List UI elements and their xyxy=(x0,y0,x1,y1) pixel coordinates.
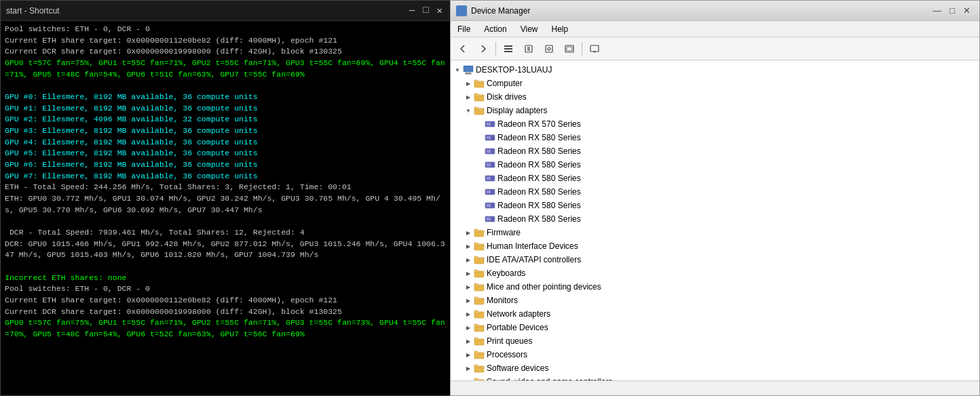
tree-folder-node[interactable]: ▶ Sound, video and game controllers xyxy=(451,375,979,380)
devmgr-menubar: File Action View Help xyxy=(451,21,979,37)
toolbar-back[interactable] xyxy=(453,40,472,58)
node-label: Mice and other pointing devices xyxy=(487,282,601,292)
svg-rect-2 xyxy=(504,51,512,52)
tree-folder-node[interactable]: ▶ Keyboards xyxy=(451,266,979,280)
expand-arrow[interactable]: ▶ xyxy=(463,230,474,236)
node-icon xyxy=(474,78,485,89)
node-label: Network adapters xyxy=(487,309,550,319)
node-icon xyxy=(474,295,485,306)
tree-device-node[interactable]: Radeon RX 580 Series xyxy=(451,212,979,226)
node-label: Print queues xyxy=(487,336,532,346)
expand-arrow[interactable]: ▶ xyxy=(463,338,474,344)
terminal-body: Pool switches: ETH - 0, DCR - 0Current E… xyxy=(1,21,451,395)
expand-arrow[interactable]: ▶ xyxy=(463,311,474,317)
node-icon xyxy=(474,105,485,116)
svg-rect-38 xyxy=(491,176,492,180)
tree-device-node[interactable]: Radeon RX 580 Series xyxy=(451,199,979,212)
svg-rect-34 xyxy=(491,163,492,167)
tree-folder-node[interactable]: ▶ Human Interface Devices xyxy=(451,239,979,253)
expand-arrow[interactable]: ▶ xyxy=(463,325,474,331)
terminal-line: DCR: GPU0 1015.466 Mh/s, GPU1 992.428 Mh… xyxy=(5,239,447,261)
svg-rect-16 xyxy=(465,74,472,75)
tree-folder-node[interactable]: ▶ Network adapters xyxy=(451,307,979,321)
expand-arrow[interactable]: ▶ xyxy=(463,365,474,372)
tree-folder-node[interactable]: ▶ Monitors xyxy=(451,294,979,307)
terminal-maximize[interactable]: □ xyxy=(420,5,431,16)
node-icon xyxy=(474,363,485,374)
terminal-title: start - Shortcut xyxy=(6,6,60,16)
node-label: IDE ATA/ATAPI controllers xyxy=(487,255,581,264)
expand-arrow[interactable]: ▶ xyxy=(463,257,474,263)
toolbar-scan-changes[interactable] xyxy=(560,40,579,58)
tree-device-node[interactable]: Radeon RX 580 Series xyxy=(451,185,979,199)
devmgr-close[interactable]: ✕ xyxy=(960,3,974,18)
node-icon xyxy=(474,322,485,333)
terminal-controls[interactable]: — □ ✕ xyxy=(407,5,445,16)
tree-folder-node[interactable]: ▼ Display adapters xyxy=(451,104,979,117)
tree-folder-node[interactable]: ▶ Mice and other pointing devices xyxy=(451,280,979,294)
tree-root-node[interactable]: ▼ DESKTOP-13LUAUJ xyxy=(451,63,979,77)
tree-device-node[interactable]: Radeon RX 580 Series xyxy=(451,144,979,158)
expand-arrow[interactable]: ▶ xyxy=(463,352,474,358)
menu-file[interactable]: File xyxy=(451,23,477,35)
devmgr-win-controls[interactable]: — □ ✕ xyxy=(929,3,974,18)
svg-rect-14 xyxy=(464,66,473,72)
terminal-minimize[interactable]: — xyxy=(407,5,417,16)
svg-rect-46 xyxy=(491,203,492,207)
menu-action[interactable]: Action xyxy=(477,23,513,35)
toolbar-show-list[interactable] xyxy=(499,40,518,58)
terminal-line: GPU #5: Ellesmere, 8192 MB available, 36… xyxy=(5,148,447,159)
svg-rect-10 xyxy=(567,47,572,51)
expand-arrow[interactable]: ▶ xyxy=(463,81,474,87)
terminal-close[interactable]: ✕ xyxy=(434,5,445,16)
expand-arrow[interactable]: ▶ xyxy=(463,243,474,250)
expand-arrow[interactable]: ▼ xyxy=(452,67,463,73)
node-icon xyxy=(485,186,495,197)
svg-rect-35 xyxy=(493,163,493,167)
svg-rect-11 xyxy=(590,45,599,52)
tree-folder-node[interactable]: ▶ Computer xyxy=(451,77,979,90)
node-icon xyxy=(485,173,495,184)
devmgr-minimize[interactable]: — xyxy=(929,3,945,18)
tree-folder-node[interactable]: ▶ Disk drives xyxy=(451,90,979,104)
node-icon xyxy=(474,254,485,265)
node-label: Radeon RX 580 Series xyxy=(497,187,581,197)
toolbar-forward[interactable] xyxy=(474,40,493,58)
svg-rect-27 xyxy=(493,136,493,140)
terminal-line: Pool switches: ETH - 0, DCR - 0 xyxy=(5,24,447,35)
svg-rect-22 xyxy=(491,122,492,126)
tree-folder-node[interactable]: ▶ Portable Devices xyxy=(451,321,979,334)
menu-view[interactable]: View xyxy=(514,23,545,35)
node-label: Radeon RX 580 Series xyxy=(497,174,581,183)
toolbar-properties[interactable] xyxy=(519,40,538,58)
expand-arrow[interactable]: ▶ xyxy=(463,271,474,277)
menu-help[interactable]: Help xyxy=(545,23,576,35)
expand-arrow[interactable]: ▶ xyxy=(463,284,474,290)
toolbar-sep-2 xyxy=(582,42,582,56)
svg-rect-23 xyxy=(493,122,493,126)
expand-arrow[interactable]: ▼ xyxy=(463,108,474,114)
svg-rect-39 xyxy=(493,176,493,180)
tree-folder-node[interactable]: ▶ Software devices xyxy=(451,361,979,375)
node-icon xyxy=(485,146,495,157)
terminal-line: DCR - Total Speed: 7939.461 Mh/s, Total … xyxy=(5,227,447,239)
tree-folder-node[interactable]: ▶ IDE ATA/ATAPI controllers xyxy=(451,253,979,266)
svg-rect-1 xyxy=(504,48,512,50)
node-icon xyxy=(474,227,485,238)
tree-device-node[interactable]: Radeon RX 580 Series xyxy=(451,131,979,144)
tree-folder-node[interactable]: ▶ Processors xyxy=(451,348,979,361)
tree-device-node[interactable]: Radeon RX 580 Series xyxy=(451,158,979,172)
node-icon xyxy=(474,309,485,319)
tree-folder-node[interactable]: ▶ Firmware xyxy=(451,226,979,239)
toolbar-sep-1 xyxy=(495,42,496,56)
devmgr-restore[interactable]: □ xyxy=(946,3,958,18)
expand-arrow[interactable]: ▶ xyxy=(463,94,474,100)
expand-arrow[interactable]: ▶ xyxy=(463,298,474,304)
toolbar-monitor[interactable] xyxy=(585,40,604,58)
tree-folder-node[interactable]: ▶ Print queues xyxy=(451,334,979,348)
tree-device-node[interactable]: Radeon RX 580 Series xyxy=(451,172,979,185)
devmgr-tree[interactable]: ▼ DESKTOP-13LUAUJ▶ Computer▶ Disk drives… xyxy=(451,60,979,380)
node-label: Monitors xyxy=(487,296,518,305)
toolbar-update-driver[interactable] xyxy=(540,40,559,58)
tree-device-node[interactable]: Radeon RX 570 Series xyxy=(451,117,979,131)
